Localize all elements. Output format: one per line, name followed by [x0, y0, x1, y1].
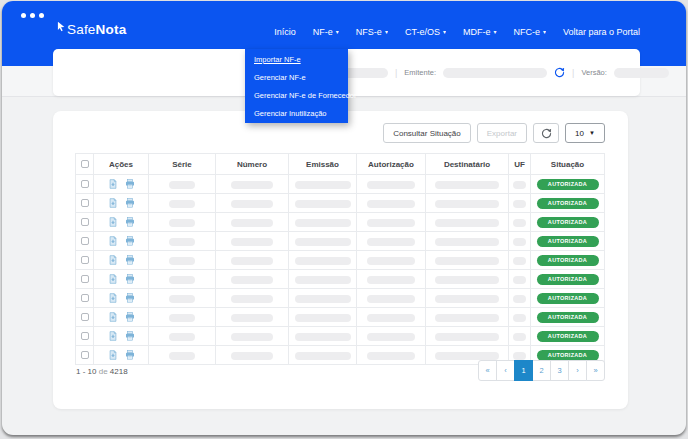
- pagination-first-button[interactable]: «: [478, 360, 497, 381]
- row-cell-numero: [216, 213, 289, 232]
- document-download-icon[interactable]: [108, 198, 118, 208]
- nav-item-nfce[interactable]: NFC-e▾: [513, 27, 546, 37]
- pagination-page-2-button[interactable]: 2: [532, 360, 551, 381]
- autorizacao-value-redacted: [367, 181, 415, 189]
- chevron-down-icon: ▾: [443, 29, 446, 35]
- numero-value-redacted: [231, 295, 273, 303]
- nav-item-voltar-portal[interactable]: Voltar para o Portal: [563, 27, 640, 37]
- row-cell-emissao: [289, 327, 357, 346]
- window-dot-icon[interactable]: [21, 13, 26, 18]
- document-download-icon[interactable]: [108, 350, 118, 360]
- page-size-select[interactable]: 10 ▼: [565, 123, 605, 143]
- emitente-label: Emitente:: [404, 68, 436, 77]
- printer-icon[interactable]: [125, 274, 135, 284]
- row-checkbox[interactable]: [81, 332, 89, 340]
- nav-item-nfe[interactable]: NF-e▾: [313, 27, 339, 37]
- printer-icon[interactable]: [125, 217, 135, 227]
- pagination-last-button[interactable]: »: [586, 360, 605, 381]
- document-download-icon[interactable]: [108, 312, 118, 322]
- autorizacao-value-redacted: [367, 333, 415, 341]
- row-cell-uf: [509, 232, 531, 251]
- consultar-situacao-button[interactable]: Consultar Situação: [383, 123, 471, 143]
- row-cell-emissao: [289, 270, 357, 289]
- document-download-icon[interactable]: [108, 236, 118, 246]
- row-cell-numero: [216, 308, 289, 327]
- row-checkbox[interactable]: [81, 199, 89, 207]
- row-checkbox[interactable]: [81, 275, 89, 283]
- nav-item-label: NF-e: [313, 27, 333, 37]
- row-checkbox[interactable]: [81, 294, 89, 302]
- printer-icon[interactable]: [125, 236, 135, 246]
- refresh-icon[interactable]: [554, 67, 565, 78]
- exportar-button[interactable]: Exportar: [477, 123, 527, 143]
- menu-item-gerenciar-inutilizacao[interactable]: Gerenciar Inutilização: [245, 104, 348, 122]
- row-checkbox[interactable]: [81, 180, 89, 188]
- nav-item-mdfe[interactable]: MDF-e▾: [463, 27, 497, 37]
- row-actions-cell: [94, 175, 149, 194]
- menu-item-gerenciar-nfe[interactable]: Gerenciar NF-e: [245, 68, 348, 86]
- window-dot-icon[interactable]: [39, 13, 44, 18]
- cursor-pointer-icon: [57, 21, 66, 32]
- table-row: AUTORIZADA: [76, 175, 605, 194]
- nav-item-label: NFS-e: [356, 27, 382, 37]
- window-controls[interactable]: [21, 13, 44, 18]
- printer-icon[interactable]: [125, 331, 135, 341]
- emissao-value-redacted: [295, 333, 351, 341]
- numero-value-redacted: [231, 181, 273, 189]
- printer-icon[interactable]: [125, 198, 135, 208]
- printer-icon[interactable]: [125, 255, 135, 265]
- row-cell-autorizacao: [357, 194, 426, 213]
- row-cell-destinatario: [426, 327, 509, 346]
- select-all-checkbox[interactable]: [81, 160, 89, 168]
- document-download-icon[interactable]: [108, 179, 118, 189]
- refresh-table-button[interactable]: [533, 123, 559, 143]
- row-cell-serie: [149, 308, 216, 327]
- nav-item-nfse[interactable]: NFS-e▾: [356, 27, 388, 37]
- row-checkbox[interactable]: [81, 218, 89, 226]
- menu-item-importar-nfe[interactable]: Importar NF-e: [245, 50, 348, 68]
- document-download-icon[interactable]: [108, 274, 118, 284]
- uf-value-redacted: [513, 276, 526, 284]
- nav-item-inicio[interactable]: Início: [274, 27, 296, 37]
- emissao-value-redacted: [295, 219, 351, 227]
- table-row: AUTORIZADA: [76, 251, 605, 270]
- row-checkbox[interactable]: [81, 351, 89, 359]
- numero-value-redacted: [231, 352, 273, 360]
- nav-item-cte-os[interactable]: CT-e/OS▾: [405, 27, 446, 37]
- row-cell-uf: [509, 308, 531, 327]
- row-cell-emissao: [289, 213, 357, 232]
- row-cell-uf: [509, 327, 531, 346]
- destinatario-value-redacted: [435, 314, 499, 322]
- document-download-icon[interactable]: [108, 217, 118, 227]
- pagination-page-3-button[interactable]: 3: [550, 360, 569, 381]
- window-dot-icon[interactable]: [30, 13, 35, 18]
- row-checkbox[interactable]: [81, 237, 89, 245]
- serie-value-redacted: [169, 295, 195, 303]
- row-actions-cell: [94, 346, 149, 365]
- row-cell-autorizacao: [357, 346, 426, 365]
- app-logo[interactable]: SafeNota: [57, 22, 126, 37]
- row-checkbox[interactable]: [81, 256, 89, 264]
- autorizacao-value-redacted: [367, 219, 415, 227]
- uf-value-redacted: [513, 181, 526, 189]
- printer-icon[interactable]: [125, 179, 135, 189]
- menu-item-gerenciar-nfe-fornecedor[interactable]: Gerenciar NF-e de Fornecedor: [245, 86, 348, 104]
- row-cell-autorizacao: [357, 289, 426, 308]
- document-download-icon[interactable]: [108, 331, 118, 341]
- row-checkbox[interactable]: [81, 313, 89, 321]
- printer-icon[interactable]: [125, 293, 135, 303]
- row-cell-serie: [149, 346, 216, 365]
- numero-value-redacted: [231, 333, 273, 341]
- main-nav: InícioNF-e▾NFS-e▾CT-e/OS▾MDF-e▾NFC-e▾Vol…: [274, 27, 640, 37]
- autorizacao-value-redacted: [367, 238, 415, 246]
- printer-icon[interactable]: [125, 350, 135, 360]
- serie-value-redacted: [169, 333, 195, 341]
- printer-icon[interactable]: [125, 312, 135, 322]
- document-download-icon[interactable]: [108, 293, 118, 303]
- pagination-next-button[interactable]: ›: [568, 360, 587, 381]
- row-cell-numero: [216, 251, 289, 270]
- row-cell-serie: [149, 327, 216, 346]
- pagination-prev-button[interactable]: ‹: [496, 360, 515, 381]
- document-download-icon[interactable]: [108, 255, 118, 265]
- pagination-page-1-button[interactable]: 1: [514, 360, 533, 381]
